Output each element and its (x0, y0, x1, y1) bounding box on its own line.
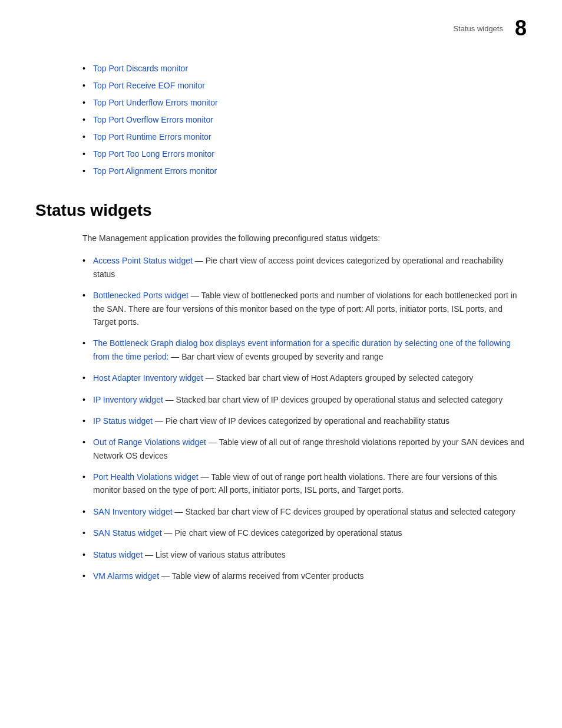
top-link[interactable]: Top Port Underflow Errors monitor (93, 98, 218, 107)
status-widget-link[interactable]: Status widget (93, 550, 143, 559)
status-widget-description: — List view of various status attributes (143, 550, 286, 559)
status-widget-description: — Stacked bar chart view of Host Adapter… (203, 373, 473, 383)
status-widget-link[interactable]: Out of Range Violations widget (93, 437, 206, 447)
top-links-items: Top Port Discards monitorTop Port Receiv… (82, 62, 527, 177)
list-item: Out of Range Violations widget — Table v… (82, 436, 527, 462)
top-link[interactable]: Top Port Discards monitor (93, 64, 188, 73)
list-item: Port Health Violations widget — Table vi… (82, 470, 527, 497)
status-widget-description: — Pie chart view of FC devices categoriz… (162, 528, 402, 538)
status-widget-link[interactable]: Access Point Status widget (93, 256, 193, 265)
header-section-label: Status widgets (453, 24, 503, 33)
list-item: SAN Inventory widget — Stacked bar chart… (82, 505, 527, 518)
status-items: Access Point Status widget — Pie chart v… (82, 254, 527, 582)
page-container: Status widgets 8 Top Port Discards monit… (0, 0, 562, 728)
page-number: 8 (515, 18, 527, 39)
list-item: Top Port Receive EOF monitor (82, 80, 527, 92)
list-item: IP Inventory widget — Stacked bar chart … (82, 393, 527, 406)
section-intro: The Management application provides the … (82, 232, 527, 245)
list-item: Access Point Status widget — Pie chart v… (82, 254, 527, 281)
status-widget-link[interactable]: Bottlenecked Ports widget (93, 291, 189, 300)
list-item: Top Port Runtime Errors monitor (82, 131, 527, 143)
status-widget-link[interactable]: Host Adapter Inventory widget (93, 373, 203, 383)
list-item: VM Alarms widget — Table view of alarms … (82, 569, 527, 582)
status-widget-link[interactable]: SAN Status widget (93, 528, 162, 538)
status-widget-description: — Bar chart view of events grouped by se… (168, 352, 383, 361)
status-widget-description: — Table view of alarms received from vCe… (159, 571, 364, 581)
list-item: SAN Status widget — Pie chart view of FC… (82, 526, 527, 539)
top-link[interactable]: Top Port Overflow Errors monitor (93, 115, 213, 124)
top-link[interactable]: Top Port Runtime Errors monitor (93, 132, 211, 141)
status-widget-link[interactable]: SAN Inventory widget (93, 507, 173, 516)
list-item: The Bottleneck Graph dialog box displays… (82, 337, 527, 363)
list-item: Bottlenecked Ports widget — Table view o… (82, 289, 527, 328)
status-widget-link[interactable]: VM Alarms widget (93, 571, 159, 581)
top-links-list: Top Port Discards monitorTop Port Receiv… (82, 62, 527, 177)
top-link[interactable]: Top Port Receive EOF monitor (93, 81, 205, 90)
status-widget-description: — Stacked bar chart view of IP devices g… (163, 395, 503, 404)
list-item: Top Port Underflow Errors monitor (82, 97, 527, 109)
top-link[interactable]: Top Port Too Long Errors monitor (93, 149, 214, 159)
list-item: Top Port Too Long Errors monitor (82, 148, 527, 160)
list-item: Top Port Discards monitor (82, 62, 527, 75)
status-widget-description: — Pie chart view of IP devices categoriz… (153, 416, 449, 426)
status-widget-link[interactable]: IP Inventory widget (93, 395, 163, 404)
list-item: Status widget — List view of various sta… (82, 548, 527, 561)
section-title: Status widgets (35, 201, 527, 220)
page-header: Status widgets 8 (35, 18, 527, 39)
list-item: Host Adapter Inventory widget — Stacked … (82, 371, 527, 384)
list-item: IP Status widget — Pie chart view of IP … (82, 414, 527, 427)
status-widget-description: — Stacked bar chart view of FC devices g… (173, 507, 515, 516)
status-widget-link[interactable]: IP Status widget (93, 416, 153, 426)
top-link[interactable]: Top Port Alignment Errors monitor (93, 166, 217, 176)
list-item: Top Port Alignment Errors monitor (82, 165, 527, 177)
status-widgets-list: Access Point Status widget — Pie chart v… (82, 254, 527, 582)
list-item: Top Port Overflow Errors monitor (82, 114, 527, 126)
status-widget-link[interactable]: Port Health Violations widget (93, 472, 199, 482)
